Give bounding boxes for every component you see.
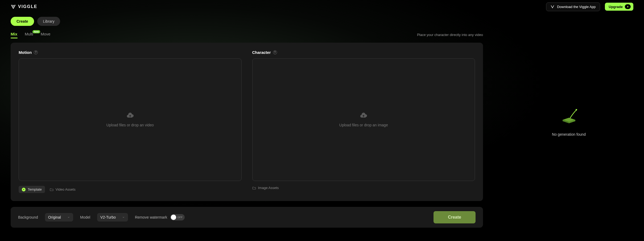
motion-header: Motion ? xyxy=(19,50,242,55)
sparkle-icon xyxy=(22,188,26,191)
right-panel: No generation found xyxy=(494,0,644,241)
upload-cloud-icon xyxy=(126,113,134,120)
motion-title: Motion xyxy=(19,50,32,55)
watermark-control: Remove watermark OFF xyxy=(135,214,185,220)
bottom-controls: Background Original Model V2-Turbo Remov… xyxy=(11,207,483,228)
toggle-state-text: OFF xyxy=(177,216,183,219)
tab-move[interactable]: Move xyxy=(41,32,51,38)
brand-name: VIGGLE xyxy=(18,4,37,9)
nav-library[interactable]: Library xyxy=(37,17,60,26)
folder-icon xyxy=(50,188,53,191)
tabs-row: Mix Multi New Move Place your character … xyxy=(11,32,483,38)
character-assets-row: Image Assets xyxy=(252,186,475,190)
motion-help-icon[interactable]: ? xyxy=(34,50,38,54)
upgrade-arrow-badge xyxy=(625,4,631,9)
character-dropzone[interactable]: Upload files or drop an image xyxy=(252,58,475,181)
background-value: Original xyxy=(48,215,61,219)
upgrade-label: Upgrade xyxy=(609,5,623,9)
folder-icon xyxy=(252,186,256,190)
motion-column: Motion ? Upload files or drop an video xyxy=(19,50,242,193)
tab-multi-badge: New xyxy=(32,30,40,33)
character-column: Character ? Upload files or drop an imag… xyxy=(252,50,475,193)
nav-create[interactable]: Create xyxy=(11,17,34,26)
video-assets-label: Video Assets xyxy=(56,187,76,191)
download-app-label: Download the Viggle App xyxy=(557,5,596,9)
upgrade-button[interactable]: Upgrade xyxy=(605,3,633,11)
video-assets-link[interactable]: Video Assets xyxy=(50,187,76,191)
toggle-knob xyxy=(171,215,176,220)
template-button[interactable]: Template xyxy=(19,186,45,193)
mode-tabs: Mix Multi New Move xyxy=(11,32,50,38)
editor-panel: Motion ? Upload files or drop an video xyxy=(11,43,483,201)
create-button[interactable]: Create xyxy=(434,211,476,223)
image-assets-label: Image Assets xyxy=(258,186,279,190)
model-label: Model xyxy=(80,215,90,219)
upload-cloud-icon xyxy=(360,113,367,120)
empty-state-text: No generation found xyxy=(552,132,586,136)
background-label: Background xyxy=(18,215,38,219)
viggle-mini-icon xyxy=(551,5,554,9)
no-generation-placeholder: No generation found xyxy=(552,105,586,136)
character-help-icon[interactable]: ? xyxy=(273,50,277,54)
empty-state-icon xyxy=(558,105,580,126)
template-label: Template xyxy=(28,187,42,191)
brand-logo[interactable]: VIGGLE xyxy=(11,4,37,9)
image-assets-link[interactable]: Image Assets xyxy=(252,186,279,190)
up-arrow-icon xyxy=(626,5,629,8)
primary-nav: Create Library xyxy=(11,17,483,26)
character-drop-text: Upload files or drop an image xyxy=(339,123,388,127)
download-app-button[interactable]: Download the Viggle App xyxy=(546,2,600,11)
motion-drop-text: Upload files or drop an video xyxy=(106,123,154,127)
character-header: Character ? xyxy=(252,50,475,55)
chevron-down-icon xyxy=(122,216,125,219)
motion-dropzone[interactable]: Upload files or drop an video xyxy=(19,58,242,181)
character-title: Character xyxy=(252,50,271,55)
topbar-right: Download the Viggle App Upgrade xyxy=(546,2,633,11)
watermark-toggle[interactable]: OFF xyxy=(170,214,185,220)
background-select[interactable]: Original xyxy=(45,213,73,222)
topbar: VIGGLE Download the Viggle App Upgrade xyxy=(0,0,644,13)
model-value: V2-Turbo xyxy=(100,215,116,219)
tab-multi-label: Multi xyxy=(25,32,33,36)
model-select[interactable]: V2-Turbo xyxy=(97,213,128,222)
tab-mix[interactable]: Mix xyxy=(11,32,17,38)
tab-multi[interactable]: Multi New xyxy=(25,32,33,38)
chevron-down-icon xyxy=(67,216,70,219)
viggle-logo-icon xyxy=(11,4,16,9)
mode-tagline: Place your character directly into any v… xyxy=(417,33,483,37)
motion-assets-row: Template Video Assets xyxy=(19,186,242,193)
watermark-label: Remove watermark xyxy=(135,215,167,219)
